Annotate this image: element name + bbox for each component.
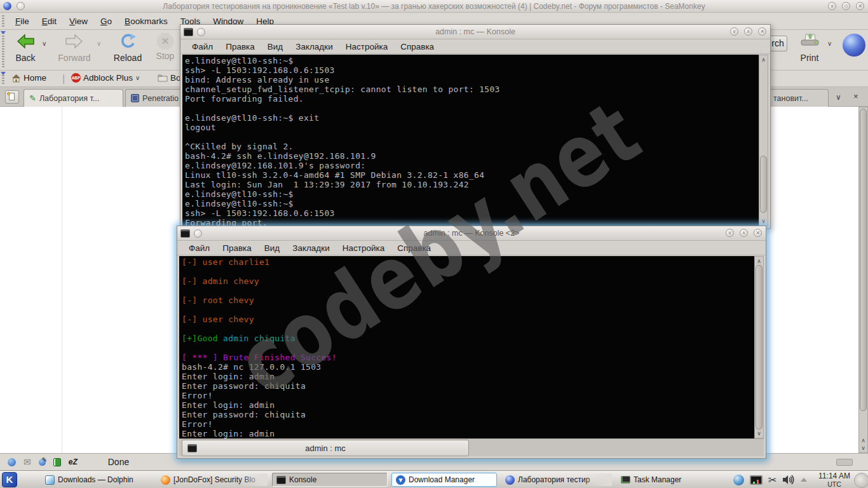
toolbar-gripper[interactable] <box>2 15 4 27</box>
back-button[interactable]: Back <box>9 33 42 63</box>
scroll-down-icon[interactable]: ∨ <box>755 430 763 437</box>
network-globe-icon[interactable] <box>733 475 744 485</box>
reload-button[interactable]: Reload <box>109 33 146 63</box>
konsole1-terminal[interactable]: e.lindsey@tl10-ssh:~$ssh> -L 1503:192.16… <box>182 55 759 226</box>
adblock-plus-button[interactable]: ABP Adblock Plus ∨ <box>71 73 140 83</box>
toolbar-separator: | <box>62 73 65 85</box>
taskbar-item-jondofox[interactable]: [JonDoFox] Security Blo <box>156 473 268 487</box>
maximize-button[interactable]: ∧ <box>744 27 752 36</box>
menu-item[interactable]: Правка <box>219 42 261 51</box>
menu-item[interactable]: File <box>9 17 36 26</box>
terminal-line: [+]Good admin chiquita <box>182 334 754 343</box>
print-dropdown-chevron-icon[interactable]: ∨ <box>827 40 832 47</box>
tab-list-chevron-icon[interactable]: ∨ <box>836 93 841 102</box>
konsole-window-1: admin : mc — Konsole ∨ ∧ ✕ ФайлПравкаВид… <box>180 24 771 229</box>
close-button[interactable]: ✕ <box>856 2 864 10</box>
dolphin-icon <box>45 475 55 485</box>
taskbar-item-dolphin[interactable]: Downloads — Dolphin <box>41 473 153 487</box>
klipper-scissors-icon[interactable]: ✂ <box>768 474 776 486</box>
close-button[interactable]: ✕ <box>758 27 766 36</box>
print-button[interactable]: Print <box>794 33 825 63</box>
panel-cashew-icon[interactable] <box>854 473 868 488</box>
seamonkey-throbber-icon[interactable] <box>843 34 865 57</box>
maximize-button[interactable]: ◇ <box>842 2 850 10</box>
forward-dropdown-chevron-icon[interactable]: ∨ <box>97 40 101 47</box>
kde-menu-button[interactable]: K <box>2 472 17 487</box>
ez-sidebar-icon[interactable]: eZ <box>69 458 78 466</box>
minimize-button[interactable]: ∨ <box>730 27 738 36</box>
back-dropdown-chevron-icon[interactable]: ∨ <box>42 40 46 47</box>
terminal-scrollbar[interactable]: ∧ ∨ <box>754 256 764 438</box>
scroll-up-icon[interactable]: ∧ <box>859 437 867 444</box>
menu-item[interactable]: Правка <box>216 243 258 253</box>
toolbar-gripper[interactable] <box>2 32 4 67</box>
stop-button[interactable]: ✕ Stop <box>151 33 179 61</box>
forward-button[interactable]: Forward <box>55 33 94 63</box>
scroll-up-icon[interactable]: ∧ <box>759 56 768 64</box>
taskbar-item-seamonkey[interactable]: Лаборатория тестир <box>501 473 613 487</box>
minimize-button[interactable]: ∨ <box>726 229 734 237</box>
close-button[interactable]: ✕ <box>754 229 762 237</box>
konsole2-title: admin : mc — Konsole <2> <box>177 229 766 238</box>
search-button[interactable]: rch <box>768 36 787 51</box>
tab-laboratoriya[interactable]: ✎ Лаборатория т... <box>24 89 123 107</box>
terminal-line: e.lindsey@192.168.101.9's password: <box>185 161 759 170</box>
firefox-icon <box>161 475 170 485</box>
menu-item[interactable]: Справка <box>394 42 440 51</box>
terminal-scrollbar-thumb[interactable] <box>760 156 767 213</box>
session-tab[interactable]: admin : mc <box>182 440 469 456</box>
address-book-component-icon[interactable] <box>53 458 61 466</box>
panel-up-arrow-icon[interactable] <box>801 478 807 482</box>
menu-item[interactable]: Вид <box>261 42 289 51</box>
toolbar-collapse-arrow[interactable] <box>1 31 6 34</box>
maximize-button[interactable]: ∧ <box>740 229 748 237</box>
label-fade <box>583 473 612 486</box>
scroll-down-icon[interactable]: ∨ <box>759 217 768 225</box>
close-tab-icon[interactable]: × <box>853 92 858 101</box>
menu-item[interactable]: Файл <box>182 243 216 253</box>
new-tab-button[interactable] <box>5 90 19 104</box>
mail-component-icon[interactable]: ✉ <box>24 457 31 467</box>
terminal-scrollbar[interactable]: ∧ ∨ <box>759 55 768 226</box>
konsole1-titlebar[interactable]: admin : mc — Konsole ∨ ∧ ✕ <box>180 25 770 39</box>
scroll-up-icon[interactable]: ∧ <box>755 257 763 265</box>
system-monitor-icon[interactable] <box>750 475 763 485</box>
menu-item[interactable]: Go <box>94 17 118 26</box>
menu-item[interactable]: Файл <box>186 42 219 51</box>
navigator-component-icon[interactable] <box>8 458 16 466</box>
page-scrollbar-thumb[interactable] <box>860 109 867 411</box>
konsole2-titlebar[interactable]: admin : mc — Konsole <2> ∨ ∧ ✕ <box>177 226 766 241</box>
terminal-line <box>185 132 759 142</box>
terminal-line: [-] admin chevy <box>182 276 754 286</box>
menu-item[interactable]: Edit <box>36 17 63 26</box>
home-button[interactable]: Home <box>11 73 46 83</box>
taskbar-item-task-manager[interactable]: Task Manager <box>616 473 699 487</box>
adblock-plus-icon: ABP <box>71 73 81 83</box>
minimize-button[interactable]: ∨ <box>828 2 836 10</box>
konsole2-terminal[interactable]: [-] user charlie1[-] admin chevy[-] root… <box>179 256 754 438</box>
menu-item[interactable]: Bookmarks <box>118 17 174 26</box>
browser-titlebar[interactable]: Лаборатория тестирования на проникновени… <box>0 0 868 13</box>
menu-item[interactable]: Закладки <box>286 243 336 253</box>
taskbar-item-konsole[interactable]: Konsole <box>272 473 388 487</box>
menu-item[interactable]: Справка <box>391 243 437 253</box>
composer-component-icon[interactable]: ✎ <box>39 459 46 466</box>
volume-icon[interactable] <box>782 475 795 485</box>
page-scrollbar[interactable]: ∧ ∨ <box>858 107 868 453</box>
scroll-down-icon[interactable]: ∨ <box>859 444 867 452</box>
terminal-line: [ *** ] Brute Finished Succes! <box>182 353 754 362</box>
terminal-scrollbar-thumb[interactable] <box>756 265 763 430</box>
menu-item[interactable]: Вид <box>258 243 286 253</box>
menu-item[interactable]: Закладки <box>289 42 339 51</box>
toolbar-collapse-arrow[interactable] <box>1 72 6 75</box>
konsole2-menubar: ФайлПравкаВидЗакладкиНастройкаСправка <box>177 241 766 255</box>
terminal-line <box>182 286 754 295</box>
menu-item[interactable]: View <box>63 17 94 26</box>
taskbar-clock[interactable]: 11:14 AM UTC <box>817 471 851 488</box>
taskbar-item-download-manager[interactable]: ▼ Download Manager <box>391 473 497 487</box>
adblock-chevron-icon: ∨ <box>135 74 140 81</box>
tab-ustanovit[interactable]: тановит... <box>768 89 829 107</box>
menu-item[interactable]: Настройка <box>336 243 391 253</box>
konsole-icon <box>276 476 286 484</box>
menu-item[interactable]: Настройка <box>339 42 394 51</box>
